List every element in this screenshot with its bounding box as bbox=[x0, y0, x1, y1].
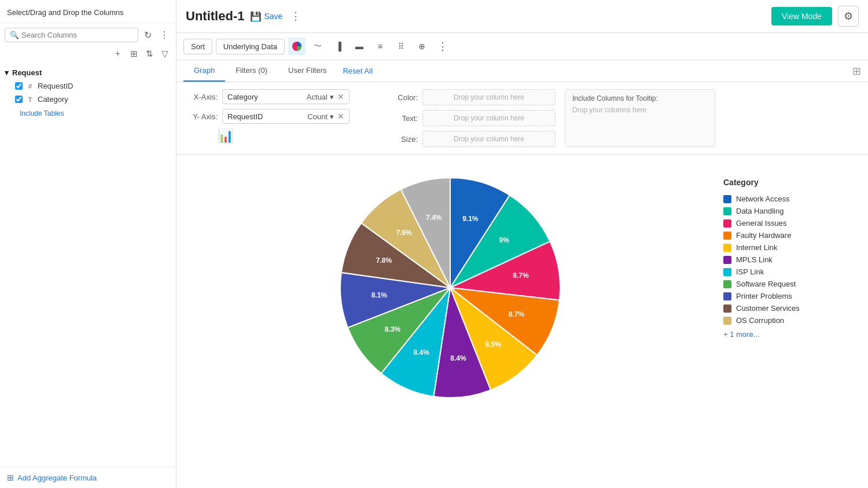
chart-type-hbar[interactable]: ▬ bbox=[351, 38, 368, 55]
y-axis-type-selector[interactable]: Count ▾ bbox=[307, 112, 334, 121]
search-input[interactable] bbox=[21, 31, 133, 39]
more-icon[interactable]: ⋮ bbox=[157, 28, 171, 42]
save-icon: 💾 bbox=[250, 11, 262, 22]
pie-label-10: 7.6% bbox=[396, 229, 412, 237]
request-section: ▾ Request # RequestID T Category Include… bbox=[0, 64, 176, 122]
y-axis-clear-btn[interactable]: ✕ bbox=[337, 112, 344, 121]
add-column-btn[interactable]: ＋ bbox=[111, 47, 125, 60]
section-label: Request bbox=[12, 68, 42, 77]
y-axis-field[interactable]: RequestID Count ▾ ✕ bbox=[222, 109, 350, 124]
legend-label: ISP Link bbox=[736, 267, 764, 276]
reset-all-link[interactable]: Reset All bbox=[343, 67, 372, 75]
more-chart-types[interactable]: ⋮ bbox=[434, 38, 451, 55]
refresh-icon[interactable]: ↻ bbox=[142, 28, 154, 42]
pie-chart: 9.1%9%8.7%8.7%8.5%8.4%8.4%8.3%8.1%7.8%7.… bbox=[194, 166, 706, 409]
chart-type-line[interactable]: 〜 bbox=[309, 38, 326, 55]
y-axis-row: Y- Axis: RequestID Count ▾ ✕ bbox=[186, 109, 382, 124]
checkbox-requestid[interactable] bbox=[15, 82, 23, 90]
list-item: ISP Link bbox=[723, 266, 851, 278]
list-item: Customer Services bbox=[723, 302, 851, 314]
settings-button[interactable]: ⚙ bbox=[838, 6, 859, 27]
legend-color-swatch bbox=[723, 244, 731, 252]
legend-label: Software Request bbox=[736, 280, 796, 288]
tooltip-title: Include Columns for Tooltip: bbox=[572, 94, 708, 102]
underlying-data-button[interactable]: Underlying Data bbox=[216, 39, 285, 54]
pie-label-6: 8.4% bbox=[413, 348, 429, 357]
legend-color-swatch bbox=[723, 317, 731, 325]
x-axis-clear-btn[interactable]: ✕ bbox=[337, 92, 344, 101]
add-aggregate-formula[interactable]: ⊞ Add Aggregate Formula bbox=[0, 467, 176, 488]
text-row: Text: Drop your column here bbox=[392, 110, 556, 126]
color-drop-zone[interactable]: Drop your column here bbox=[422, 89, 556, 105]
add-formula-label: Add Aggregate Formula bbox=[17, 474, 97, 482]
sort-button[interactable]: Sort bbox=[183, 39, 212, 54]
chevron-down-icon: ▾ bbox=[330, 112, 334, 121]
topbar: Untitled-1 💾 Save ⋮ View Mode ⚙ bbox=[176, 0, 868, 33]
list-item: OS Corruption bbox=[723, 314, 851, 326]
tab-user-filters[interactable]: User Filters bbox=[278, 60, 337, 82]
legend-label: Faulty Hardware bbox=[736, 231, 791, 240]
x-axis-type-selector[interactable]: Actual ▾ bbox=[307, 93, 334, 101]
more-options-icon[interactable]: ⋮ bbox=[288, 10, 303, 23]
field-label-requestid: RequestID bbox=[38, 82, 73, 90]
include-tables-link[interactable]: Include Tables bbox=[5, 106, 171, 120]
list-item: Faulty Hardware bbox=[723, 229, 851, 241]
chart-type-scatter[interactable]: ⠿ bbox=[392, 38, 410, 55]
chevron-down-icon: ▾ bbox=[330, 93, 334, 101]
tab-filters[interactable]: Filters (0) bbox=[225, 60, 278, 82]
legend-color-swatch bbox=[723, 268, 731, 276]
legend-color-swatch bbox=[723, 292, 731, 300]
x-axis-field[interactable]: Category Actual ▾ ✕ bbox=[222, 89, 350, 104]
tooltip-drop-zone[interactable]: Drop your columns here bbox=[572, 106, 708, 114]
list-item: Printer Problems bbox=[723, 290, 851, 302]
legend-color-swatch bbox=[723, 232, 731, 240]
sidebar-header: Select/Drag and Drop the Columns bbox=[0, 0, 176, 23]
checkbox-category[interactable] bbox=[15, 96, 23, 103]
legend-more[interactable]: + 1 more... bbox=[723, 330, 851, 339]
legend-label: OS Corruption bbox=[736, 316, 784, 325]
legend-color-swatch bbox=[723, 280, 731, 288]
formula-icon: ⊞ bbox=[7, 473, 14, 482]
content: Graph Filters (0) User Filters Reset All… bbox=[176, 60, 868, 488]
text-drop-zone[interactable]: Drop your column here bbox=[422, 110, 556, 126]
legend-color-swatch bbox=[723, 207, 731, 215]
section-header-request[interactable]: ▾ Request bbox=[5, 66, 171, 79]
search-input-wrap[interactable]: 🔍 bbox=[5, 28, 138, 42]
chart-area: 9.1%9%8.7%8.7%8.5%8.4%8.4%8.3%8.1%7.8%7.… bbox=[176, 155, 868, 488]
legend-label: General Issues bbox=[736, 219, 786, 228]
view-mode-button[interactable]: View Mode bbox=[771, 7, 832, 25]
type-text: T bbox=[26, 96, 34, 103]
y-axis-field-name: RequestID bbox=[227, 112, 304, 121]
main-panel: Untitled-1 💾 Save ⋮ View Mode ⚙ Sort Und… bbox=[176, 0, 868, 488]
text-label: Text: bbox=[392, 114, 418, 123]
save-button[interactable]: 💾 Save bbox=[250, 11, 282, 22]
color-row: Color: Drop your column here bbox=[392, 89, 556, 105]
field-label-category: Category bbox=[38, 95, 68, 104]
tab-graph[interactable]: Graph bbox=[183, 60, 225, 82]
legend-title: Category bbox=[723, 178, 851, 187]
chevron-down-icon: ▾ bbox=[5, 68, 9, 77]
chart-type-pie[interactable] bbox=[288, 38, 306, 55]
chart-type-bar[interactable]: ▐ bbox=[330, 38, 347, 55]
tabs-bar: Graph Filters (0) User Filters Reset All… bbox=[176, 60, 868, 82]
bar-chart-icon: 📊 bbox=[218, 129, 233, 144]
grid-view-btn[interactable]: ⊞ bbox=[127, 47, 141, 60]
sidebar: Select/Drag and Drop the Columns 🔍 ↻ ⋮ ＋… bbox=[0, 0, 176, 488]
size-drop-zone[interactable]: Drop your column here bbox=[422, 131, 556, 147]
chart-type-stacked[interactable]: ≡ bbox=[372, 38, 389, 55]
gear-icon: ⚙ bbox=[844, 10, 853, 23]
chart-type-combo[interactable]: ⊕ bbox=[413, 38, 431, 55]
pie-label-1: 9% bbox=[499, 236, 509, 244]
axis-config: X-Axis: Category Actual ▾ ✕ Y- Axis: Req… bbox=[176, 82, 868, 155]
hierarchy-icon[interactable]: ⊞ bbox=[852, 65, 861, 78]
legend-label: Data Handling bbox=[736, 207, 784, 215]
y-axis-type-label: Count bbox=[307, 112, 328, 121]
list-item: Internet Link bbox=[723, 241, 851, 254]
x-axis-row: X-Axis: Category Actual ▾ ✕ bbox=[186, 89, 382, 104]
legend-label: Printer Problems bbox=[736, 292, 792, 300]
size-row: Size: Drop your column here bbox=[392, 131, 556, 147]
filter-btn[interactable]: ▽ bbox=[159, 47, 171, 60]
legend-color-swatch bbox=[723, 304, 731, 313]
legend-container: Category Network AccessData HandlingGene… bbox=[723, 166, 851, 339]
sort-btn[interactable]: ⇅ bbox=[143, 47, 156, 60]
